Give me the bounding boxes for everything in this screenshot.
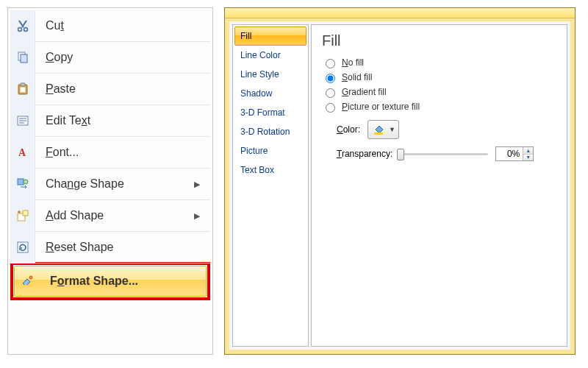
submenu-arrow-icon: ▶ (194, 180, 210, 189)
menu-item-label: Font... (35, 146, 210, 159)
fill-option-1[interactable]: Solid fill (322, 71, 556, 83)
fill-radio-1[interactable] (326, 74, 335, 83)
chevron-down-icon: ▼ (389, 126, 395, 133)
transparency-slider[interactable] (400, 148, 488, 160)
menu-item-cut[interactable]: Cut (10, 10, 210, 41)
menu-item-format-shape[interactable]: Format Shape... (14, 266, 207, 297)
svg-rect-16 (374, 132, 383, 135)
svg-rect-3 (21, 54, 27, 63)
format-shape-highlight-box: Format Shape... (10, 262, 210, 300)
fill-option-label: Picture or texture fill (342, 102, 420, 112)
edit-text-icon (10, 105, 35, 136)
menu-item-add-shape[interactable]: Add Shape▶ (10, 200, 210, 231)
nav-item-3-d-rotation[interactable]: 3-D Rotation (234, 122, 306, 141)
menu-item-label: Format Shape... (40, 275, 206, 288)
fill-option-label: Solid fill (342, 72, 372, 82)
format-shape-dialog: FillLine ColorLine StyleShadow3-D Format… (224, 7, 576, 355)
pane-title: Fill (322, 32, 556, 49)
transparency-row: Transparency: ▲ ▼ (337, 146, 556, 161)
nav-item-line-color[interactable]: Line Color (234, 46, 306, 65)
add-shape-icon (10, 200, 35, 231)
menu-item-copy[interactable]: Copy (10, 42, 210, 73)
cut-icon (10, 10, 35, 41)
nav-item-line-style[interactable]: Line Style (234, 65, 306, 84)
font-icon: A (10, 137, 35, 168)
svg-point-0 (18, 28, 21, 32)
menu-item-change-shape[interactable]: Change Shape▶ (10, 169, 210, 199)
fill-radio-0[interactable] (326, 59, 335, 68)
submenu-arrow-icon: ▶ (194, 211, 210, 221)
nav-item-fill[interactable]: Fill (234, 26, 306, 46)
fill-radio-2[interactable] (326, 88, 335, 98)
menu-item-font[interactable]: AFont... (10, 137, 210, 168)
nav-item-3-d-format[interactable]: 3-D Format (234, 103, 306, 122)
svg-point-15 (29, 276, 32, 279)
menu-item-label: Edit Text (35, 114, 210, 127)
svg-rect-5 (21, 83, 25, 86)
change-shape-icon (10, 169, 35, 199)
context-menu: CutCopyPasteEdit TextAFont...Change Shap… (7, 7, 213, 355)
menu-item-edit-text[interactable]: Edit Text (10, 105, 210, 136)
dialog-pane: Fill No fillSolid fillGradient fillPictu… (311, 24, 567, 347)
color-row: Color: ▼ (337, 120, 556, 139)
transparency-label: Transparency: (337, 149, 392, 159)
fill-option-0[interactable]: No fill (322, 57, 556, 68)
color-picker-button[interactable]: ▼ (368, 120, 399, 139)
svg-text:A: A (18, 147, 26, 158)
menu-item-label: Copy (35, 51, 210, 64)
menu-separator (10, 263, 210, 263)
fill-option-label: Gradient fill (342, 87, 387, 97)
menu-item-paste[interactable]: Paste (10, 74, 210, 105)
menu-item-label: Paste (35, 82, 210, 96)
copy-icon (10, 42, 35, 73)
fill-options: No fillSolid fillGradient fillPicture or… (322, 57, 556, 113)
fill-option-2[interactable]: Gradient fill (322, 86, 556, 98)
spinner-down-icon[interactable]: ▼ (523, 155, 533, 161)
svg-rect-6 (20, 87, 26, 93)
menu-item-label: Reset Shape (35, 241, 210, 254)
svg-rect-9 (18, 179, 24, 185)
menu-item-label: Cut (35, 19, 210, 32)
fill-option-label: No fill (342, 57, 364, 68)
transparency-spinner[interactable]: ▲ ▼ (495, 146, 534, 161)
transparency-value-input[interactable] (496, 147, 523, 160)
color-label: Color: (337, 124, 360, 135)
nav-item-text-box[interactable]: Text Box (234, 160, 306, 180)
paste-icon (10, 74, 35, 105)
svg-point-1 (24, 28, 27, 32)
menu-item-reset-shape[interactable]: Reset Shape (10, 232, 210, 263)
svg-point-10 (24, 180, 28, 184)
paint-bucket-icon (371, 122, 386, 137)
nav-item-shadow[interactable]: Shadow (234, 84, 306, 103)
fill-option-3[interactable]: Picture or texture fill (322, 101, 556, 113)
reset-shape-icon (10, 232, 35, 263)
spinner-up-icon[interactable]: ▲ (523, 147, 533, 155)
menu-item-label: Add Shape (35, 209, 194, 222)
dialog-nav: FillLine ColorLine StyleShadow3-D Format… (232, 24, 309, 347)
dialog-titlebar (225, 8, 575, 18)
nav-item-picture[interactable]: Picture (234, 141, 306, 160)
svg-rect-12 (23, 210, 28, 216)
fill-radio-3[interactable] (326, 103, 335, 113)
format-shape-icon (15, 266, 40, 296)
svg-rect-14 (22, 285, 32, 286)
dialog-body: FillLine ColorLine StyleShadow3-D Format… (225, 18, 575, 354)
menu-item-label: Change Shape (35, 177, 194, 191)
